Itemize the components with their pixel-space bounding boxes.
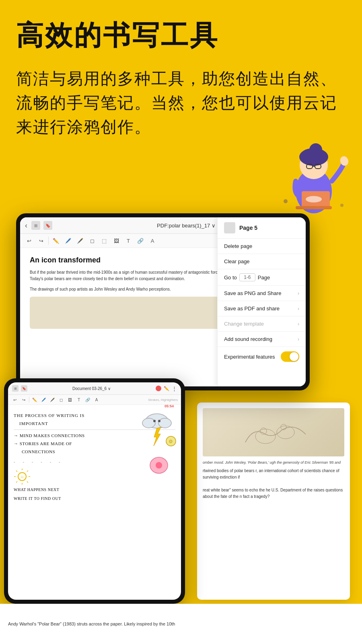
format-tool[interactable]: A [148, 236, 157, 246]
experimental-features-row: Experimental features [218, 347, 306, 366]
save-png-label: Save as PNG and Share [224, 290, 281, 296]
small-pencil[interactable]: 🖊️ [40, 396, 47, 403]
character-illustration [274, 129, 354, 217]
doodles-svg: ⚙ [123, 405, 181, 497]
change-template-label: Change template [224, 321, 264, 327]
small-tb[interactable]: T [75, 396, 82, 403]
tablet-content: An icon transformed But if the polar bea… [20, 248, 306, 386]
back-button[interactable]: ‹ [25, 221, 27, 230]
svg-point-30 [153, 420, 156, 422]
small-topbar: ⊞ 🔖 Document 03-26_6 ∨ ✏️ ⋮ [8, 382, 181, 395]
main-title: 高效的书写工具 [16, 20, 346, 50]
header-section: 高效的书写工具 简洁与易用的多种工具，助您创造出自然、流畅的手写笔记。当然，您也… [0, 0, 362, 139]
pen-tool[interactable]: ✏️ [51, 236, 61, 246]
small-eraser[interactable]: ◻ [58, 396, 65, 403]
chevron-icon-3: › [298, 321, 299, 327]
experimental-label: Experimental features [224, 354, 275, 360]
pencil-small-icon[interactable]: ✏️ [164, 386, 169, 391]
bookmark-icon[interactable]: 🔖 [43, 221, 52, 230]
small-pen[interactable]: ✏️ [31, 396, 38, 403]
svg-point-5 [309, 143, 322, 156]
dropdown-header: Page 5 [218, 217, 306, 239]
small-content: The Process of writing is Important → Mi… [8, 405, 181, 600]
small-toolbar: ↩ ↪ ✏️ 🖊️ 🖋️ ◻ 🖼 T 🔗 A Strokes, Highligh… [8, 395, 181, 405]
behind-para-1: rtwined bodies of polar bears r, an inte… [203, 468, 344, 481]
lasso-tool[interactable]: ⬚ [99, 236, 109, 246]
svg-point-33 [156, 462, 162, 469]
add-sound-label: Add sound recording [224, 336, 272, 342]
svg-point-13 [255, 429, 276, 444]
toolbar-separator [48, 237, 49, 245]
svg-point-29 [158, 418, 171, 428]
svg-line-23 [27, 481, 28, 483]
add-sound-item[interactable]: Add sound recording › [218, 332, 306, 347]
polar-bear-image [203, 408, 344, 456]
small-sep [29, 397, 29, 402]
small-img[interactable]: 🖼 [66, 396, 74, 403]
clear-page-item[interactable]: Clear page [218, 254, 306, 269]
svg-point-28 [142, 418, 155, 428]
goto-row: Go to Page [218, 269, 306, 286]
subtitle: 简洁与易用的多种工具，助您创造出自然、流畅的手写笔记。当然，您也可以使用云记来进… [16, 66, 346, 139]
small-tb-icons: ⊞ 🔖 [12, 385, 27, 392]
small-right-icons: ✏️ ⋮ [156, 386, 177, 392]
redo-button[interactable]: ↪ [36, 236, 46, 246]
bottom-strip: Andy Warhol's "Polar Bear" (1983) struts… [0, 604, 362, 644]
svg-line-24 [27, 471, 28, 472]
delete-page-label: Delete page [224, 243, 252, 249]
behind-document: omber mood. John Wesley, 'Polar Bears,' … [197, 402, 350, 600]
small-format[interactable]: A [93, 396, 100, 403]
bottom-text: Andy Warhol's "Polar Bear" (1983) struts… [8, 621, 175, 627]
tablet-main: ‹ ⊞ 🔖 PDF:polar bears(1)_17 ∨ ⋮ ↩ ↪ ✏️ 🖊… [16, 213, 310, 390]
save-pdf-item[interactable]: Save as PDF and share › [218, 301, 306, 316]
svg-point-31 [158, 420, 160, 422]
chevron-icon-2: › [298, 306, 299, 312]
eraser-tool[interactable]: ◻ [87, 236, 97, 246]
delete-page-item[interactable]: Delete page [218, 239, 306, 254]
chevron-icon-4: › [298, 336, 299, 342]
small-undo[interactable]: ↩ [11, 396, 19, 403]
svg-text:☺: ☺ [20, 475, 24, 479]
small-redo[interactable]: ↪ [20, 396, 27, 403]
dropdown-menu: Page 5 Delete page Clear page Go to Page… [217, 217, 306, 386]
timer-display: 05:54 [165, 404, 174, 408]
highlighter-tool[interactable]: 🖋️ [75, 236, 85, 246]
page-thumbnail-icon [224, 222, 235, 233]
undo-button[interactable]: ↩ [24, 236, 34, 246]
page-title-label: Page 5 [239, 225, 257, 231]
record-button[interactable] [156, 386, 161, 391]
svg-point-11 [284, 199, 288, 203]
small-bookmark-icon[interactable]: 🔖 [21, 385, 27, 392]
behind-body1: rtwined bodies of polar bears r, an inte… [203, 468, 344, 500]
change-template-item[interactable]: Change template › [218, 316, 306, 332]
behind-para-2: reat white bear" seems to echo the he U.… [203, 487, 344, 500]
more-small-button[interactable]: ⋮ [172, 386, 177, 392]
document-title[interactable]: PDF:polar bears(1)_17 ∨ [157, 223, 216, 229]
save-pdf-label: Save as PDF and share [224, 305, 280, 312]
tablet-small: ⊞ 🔖 Document 03-26_6 ∨ ✏️ ⋮ ↩ ↪ ✏️ 🖊️ 🖋️… [4, 378, 185, 604]
goto-input[interactable] [239, 273, 255, 281]
small-hi[interactable]: 🖋️ [49, 396, 56, 403]
goto-label: Go to [224, 275, 237, 281]
svg-line-22 [16, 471, 17, 472]
svg-point-12 [340, 204, 343, 207]
experimental-toggle[interactable] [281, 351, 299, 362]
chevron-icon: › [298, 291, 299, 296]
svg-text:⚙: ⚙ [169, 439, 173, 444]
behind-caption: omber mood. John Wesley, 'Polar Bears,' … [203, 460, 344, 464]
svg-point-10 [306, 196, 322, 202]
small-link[interactable]: 🔗 [84, 396, 91, 403]
svg-rect-2 [296, 206, 332, 209]
clear-page-label: Clear page [224, 258, 250, 264]
image-tool[interactable]: 🖼 [111, 236, 121, 246]
goto-page-label: Page [258, 275, 270, 281]
toggle-knob [290, 352, 298, 361]
small-doc-title[interactable]: Document 03-26_6 ∨ [72, 386, 111, 391]
text-box-tool[interactable]: T [123, 236, 133, 246]
link-tool[interactable]: 🔗 [136, 236, 145, 246]
small-grid-icon[interactable]: ⊞ [12, 385, 19, 392]
tb-icons: ⊞ 🔖 [31, 221, 52, 230]
pencil-tool[interactable]: 🖊️ [63, 236, 73, 246]
save-png-item[interactable]: Save as PNG and Share › [218, 286, 306, 301]
grid-icon[interactable]: ⊞ [31, 221, 40, 230]
